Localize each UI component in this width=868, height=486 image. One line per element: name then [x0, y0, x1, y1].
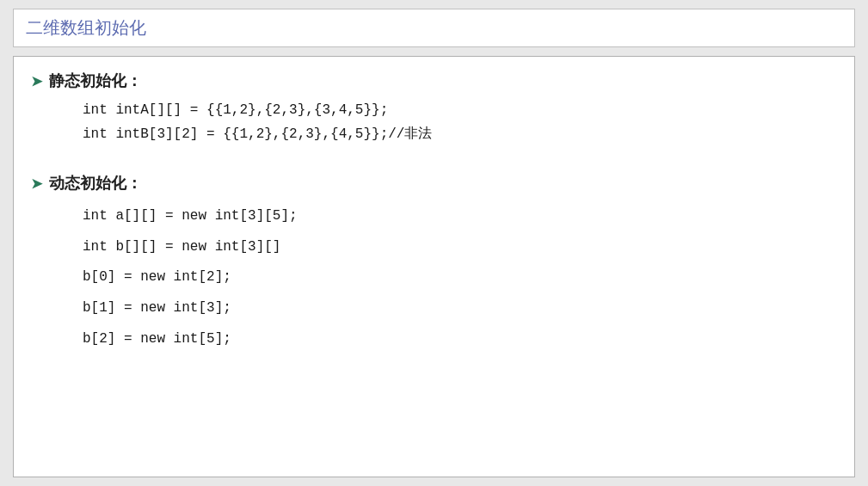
static-section-header: ➤ 静态初始化：	[31, 71, 837, 91]
page-title: 二维数组初始化	[26, 16, 146, 40]
dynamic-code-line-3: b[0] = new int[2];	[83, 267, 837, 289]
title-bar: 二维数组初始化	[13, 9, 855, 47]
dynamic-section: ➤ 动态初始化： int a[][] = new int[3][5]; int …	[31, 173, 837, 350]
dynamic-code-line-1: int a[][] = new int[3][5];	[83, 206, 837, 228]
dynamic-section-title: 动态初始化：	[49, 173, 142, 194]
page-container: 二维数组初始化 ➤ 静态初始化： int intA[][] = {{1,2},{…	[0, 0, 868, 486]
static-code-line-1: int intA[][] = {{1,2},{2,3},{3,4,5}};	[83, 100, 837, 122]
static-section-title: 静态初始化：	[49, 71, 142, 91]
static-code-line-2: int intB[3][2] = {{1,2},{2,3},{4,5}};//非…	[83, 124, 837, 146]
dynamic-code-line-2: int b[][] = new int[3][]	[83, 237, 837, 259]
content-box: ➤ 静态初始化： int intA[][] = {{1,2},{2,3},{3,…	[13, 56, 855, 477]
dynamic-section-header: ➤ 动态初始化：	[31, 173, 837, 194]
dynamic-arrow-icon: ➤	[31, 175, 42, 192]
static-section: ➤ 静态初始化： int intA[][] = {{1,2},{2,3},{3,…	[31, 71, 837, 145]
dynamic-code-line-4: b[1] = new int[3];	[83, 298, 837, 320]
dynamic-code-block: int a[][] = new int[3][5]; int b[][] = n…	[31, 206, 837, 350]
static-code-block: int intA[][] = {{1,2},{2,3},{3,4,5}}; in…	[31, 100, 837, 145]
static-arrow-icon: ➤	[31, 73, 42, 89]
dynamic-code-line-5: b[2] = new int[5];	[83, 329, 837, 351]
section-divider	[31, 152, 837, 161]
